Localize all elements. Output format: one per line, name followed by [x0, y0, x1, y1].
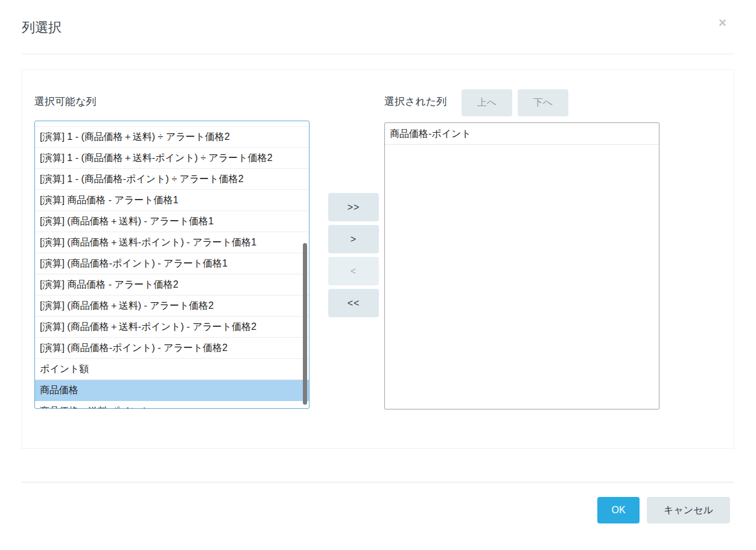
move-right-button[interactable]: >	[328, 225, 379, 253]
move-all-right-button[interactable]: >>	[328, 193, 379, 221]
list-item[interactable]: [演算] (商品価格＋送料) - アラート価格2	[35, 296, 309, 317]
list-item[interactable]: [演算] 1 - (商品価格-ポイント) ÷ アラート価格2	[35, 169, 309, 190]
selected-columns-list[interactable]: 商品価格-ポイント	[384, 122, 659, 409]
column-select-dialog: 列選択 × 選択可能な列 [演算] 1 - 商品価格 ÷ アラート価格2 [演算…	[0, 0, 756, 550]
move-all-left-button[interactable]: <<	[328, 289, 379, 317]
list-item[interactable]: [演算] (商品価格＋送料-ポイント) - アラート価格1	[35, 232, 309, 253]
transfer-button-group: >> > < <<	[328, 193, 379, 321]
list-item[interactable]: [演算] 1 - (商品価格＋送料-ポイント) ÷ アラート価格2	[35, 148, 309, 169]
list-item[interactable]: [演算] 1 - (商品価格＋送料) ÷ アラート価格2	[35, 127, 309, 148]
list-item[interactable]: [演算] (商品価格＋送料-ポイント) - アラート価格2	[35, 317, 309, 338]
list-item-partial-bottom[interactable]: 商品価格＋送料-ポイント	[35, 401, 309, 408]
list-item-partial-top[interactable]: [演算] 1 - 商品価格 ÷ アラート価格2	[35, 121, 309, 127]
list-item[interactable]: 商品価格	[35, 380, 309, 401]
page-title: 列選択	[22, 19, 62, 37]
move-up-button[interactable]: 上へ	[462, 89, 512, 116]
ok-button[interactable]: OK	[597, 497, 640, 523]
list-item[interactable]: 商品価格-ポイント	[385, 123, 659, 145]
cancel-button[interactable]: キャンセル	[647, 497, 730, 523]
move-left-button[interactable]: <	[328, 257, 379, 285]
list-item[interactable]: [演算] 商品価格 - アラート価格1	[35, 190, 309, 211]
list-item[interactable]: [演算] (商品価格＋送料) - アラート価格1	[35, 211, 309, 232]
close-icon[interactable]: ×	[719, 16, 726, 30]
list-item[interactable]: [演算] 商品価格 - アラート価格2	[35, 274, 309, 296]
list-item[interactable]: ポイント額	[35, 359, 309, 380]
available-columns-list[interactable]: [演算] 1 - 商品価格 ÷ アラート価格2 [演算] 1 - (商品価格＋送…	[34, 121, 310, 409]
header-divider	[22, 54, 734, 54]
selected-columns-label: 選択された列	[384, 95, 446, 109]
footer-divider	[22, 482, 734, 482]
move-down-button[interactable]: 下へ	[518, 89, 568, 116]
scrollbar-thumb[interactable]	[303, 243, 307, 405]
list-item[interactable]: [演算] (商品価格-ポイント) - アラート価格1	[35, 253, 309, 274]
available-columns-label: 選択可能な列	[34, 95, 96, 109]
list-item[interactable]: [演算] (商品価格-ポイント) - アラート価格2	[35, 338, 309, 359]
